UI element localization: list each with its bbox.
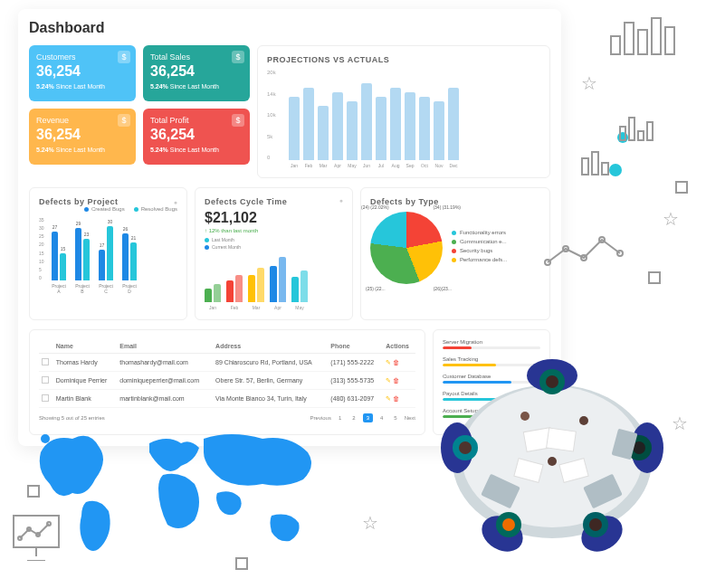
square-icon — [675, 181, 688, 194]
svg-rect-11 — [592, 152, 598, 175]
svg-rect-4 — [665, 27, 674, 54]
page-number[interactable]: 2 — [348, 413, 358, 422]
cycle-time-card: Defects Cycle Time● $21,102 ↑ 12% than l… — [195, 187, 353, 320]
svg-rect-12 — [602, 163, 608, 175]
table-row[interactable]: Thomas Hardythomashardy@mail.com89 Chiar… — [39, 354, 415, 372]
bar-chart-icon — [606, 14, 679, 59]
bar-chart-icon — [579, 145, 625, 176]
page-number[interactable]: 3 — [363, 413, 373, 422]
info-icon[interactable]: ● — [174, 199, 177, 205]
svg-point-51 — [502, 518, 515, 531]
checkbox[interactable] — [42, 358, 49, 365]
table-row[interactable]: Dominique Perrierdominiqueperrier@mail.c… — [39, 372, 415, 390]
page-number[interactable]: 1 — [335, 413, 345, 422]
page-title: Dashboard — [29, 20, 550, 36]
delete-icon[interactable]: 🗑 — [393, 377, 399, 384]
projections-card: PROJECTIONS VS ACTUALS 20k14k10k5k0 JanF… — [257, 45, 550, 178]
svg-rect-34 — [547, 428, 577, 451]
svg-rect-7 — [629, 118, 634, 140]
cycle-subtitle: ↑ 12% than last month — [205, 228, 343, 233]
checkbox[interactable] — [42, 376, 49, 384]
svg-point-42 — [546, 375, 558, 388]
kpi-customers[interactable]: $ Customers 36,254 5.24% Since Last Mont… — [29, 45, 136, 101]
svg-point-30 — [41, 434, 50, 443]
svg-rect-3 — [652, 18, 661, 54]
square-icon — [648, 271, 661, 284]
bar-chart-icon — [615, 109, 670, 145]
svg-point-38 — [520, 412, 530, 421]
line-chart-icon — [543, 226, 634, 271]
edit-icon[interactable]: ✎ — [386, 377, 391, 384]
delete-icon[interactable]: 🗑 — [393, 395, 399, 402]
svg-rect-8 — [638, 131, 644, 140]
projections-chart: 20k14k10k5k0 — [267, 70, 540, 160]
star-icon: ☆ — [581, 72, 597, 94]
defects-by-project-card: Defects by Project ● Created Bugs Resolv… — [29, 187, 187, 320]
svg-rect-19 — [676, 182, 687, 193]
edit-icon[interactable]: ✎ — [386, 395, 391, 402]
mid-row: Defects by Project ● Created Bugs Resolv… — [29, 187, 550, 320]
svg-rect-1 — [625, 23, 634, 54]
svg-point-48 — [459, 441, 472, 454]
world-map — [23, 416, 330, 570]
cycle-value: $21,102 — [205, 210, 343, 226]
checkbox[interactable] — [42, 394, 49, 402]
card-title: PROJECTIONS VS ACTUALS — [267, 55, 540, 64]
star-icon: ☆ — [362, 512, 378, 534]
kpi-value: 36,254 — [36, 63, 129, 80]
kpi-revenue[interactable]: $ Revenue 36,254 5.24% Since Last Month — [29, 109, 136, 165]
delete-icon[interactable]: 🗑 — [393, 359, 399, 365]
star-icon: ☆ — [663, 208, 679, 230]
kpi-sales[interactable]: $ Total Sales 36,254 5.24% Since Last Mo… — [143, 45, 250, 101]
table-row[interactable]: Martin Blankmartinblank@mail.comVia Mont… — [39, 390, 415, 408]
next-button[interactable]: Next — [405, 415, 415, 421]
edit-icon[interactable]: ✎ — [386, 359, 391, 365]
info-icon[interactable]: ● — [339, 197, 343, 206]
data-table: NameEmailAddressPhoneActions Thomas Hard… — [39, 339, 415, 408]
defects-by-type-card: Defects by Type (24) (22.02%)(34) (31.19… — [360, 187, 550, 320]
cycle-chart — [205, 253, 343, 302]
svg-rect-9 — [647, 122, 653, 140]
svg-point-54 — [589, 518, 602, 531]
svg-point-13 — [609, 164, 622, 176]
meeting-illustration — [425, 326, 679, 561]
legend: Created Bugs Resolved Bugs — [39, 206, 177, 212]
svg-point-39 — [579, 416, 588, 425]
svg-point-37 — [548, 457, 557, 466]
svg-point-5 — [617, 132, 628, 143]
svg-rect-10 — [582, 158, 588, 175]
kpi-profit[interactable]: $ Total Profit 36,254 5.24% Since Last M… — [143, 109, 250, 165]
pie-legend: Functionality errorsCommunication e...Se… — [452, 230, 507, 266]
pie-chart — [370, 212, 443, 284]
kpi-label: Customers — [36, 52, 129, 62]
defects-chart: 35302520151050 2715292317302621 — [39, 217, 177, 280]
page-number[interactable]: 5 — [390, 413, 400, 422]
svg-rect-0 — [611, 36, 620, 54]
svg-rect-20 — [649, 272, 660, 283]
svg-rect-2 — [638, 30, 647, 54]
page-number[interactable]: 4 — [377, 413, 386, 422]
top-row: $ Customers 36,254 5.24% Since Last Mont… — [29, 45, 550, 178]
